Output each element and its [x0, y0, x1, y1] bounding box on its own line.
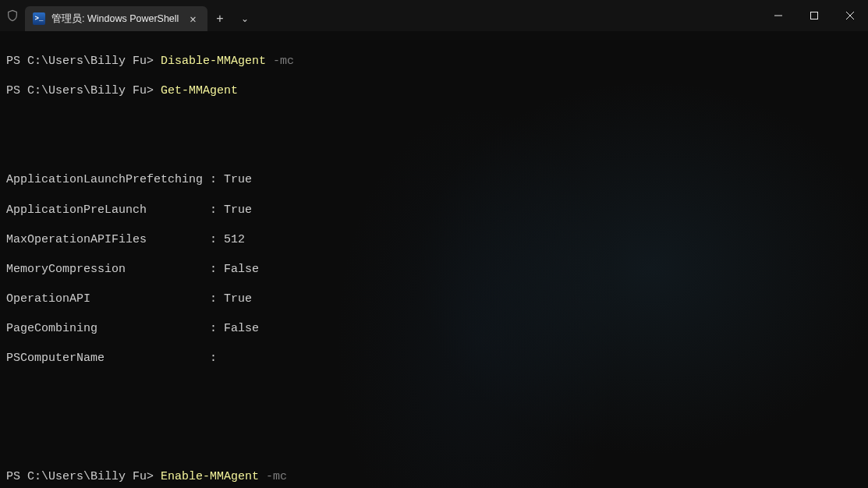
output-key: OperationAPI — [6, 292, 203, 306]
command: Get-MMAgent — [161, 84, 238, 97]
prompt-text: PS C:\Users\Billy Fu> — [6, 84, 154, 97]
output-key: PageCombining — [6, 322, 203, 335]
command-arg: -mc — [273, 55, 294, 68]
output-value: False — [224, 322, 259, 335]
output-sep: : — [203, 203, 224, 217]
shield-icon — [0, 9, 25, 22]
terminal-content[interactable]: PS C:\Users\Billy Fu> Disable-MMAgent -m… — [0, 31, 868, 488]
maximize-button[interactable] — [796, 0, 832, 31]
svg-rect-0 — [811, 12, 818, 19]
output-key: MaxOperationAPIFiles — [6, 233, 203, 246]
powershell-icon: >_ — [33, 12, 45, 25]
output-value: 512 — [224, 233, 245, 246]
prompt-text: PS C:\Users\Billy Fu> — [6, 470, 154, 483]
window-controls — [760, 0, 868, 31]
prompt-text: PS C:\Users\Billy Fu> — [6, 55, 154, 68]
output-sep: : — [203, 292, 224, 306]
minimize-button[interactable] — [760, 0, 796, 31]
tab-title: 管理员: Windows PowerShell — [51, 12, 179, 26]
output-key: PSComputerName — [6, 352, 203, 365]
titlebar[interactable]: >_ 管理员: Windows PowerShell ✕ + ⌄ — [0, 0, 868, 31]
output-key: MemoryCompression — [6, 263, 203, 276]
output-sep: : — [203, 263, 224, 276]
output-key: ApplicationLaunchPrefetching — [6, 173, 203, 186]
tab-dropdown-button[interactable]: ⌄ — [232, 6, 257, 31]
output-sep: : — [203, 322, 224, 335]
new-tab-button[interactable]: + — [207, 6, 232, 31]
command-arg: -mc — [266, 470, 287, 483]
output-sep: : — [203, 173, 224, 186]
close-button[interactable] — [832, 0, 868, 31]
output-value: True — [224, 292, 252, 306]
output-value: False — [224, 263, 259, 276]
tab-close-button[interactable]: ✕ — [185, 11, 200, 27]
output-sep: : — [203, 233, 224, 246]
output-value: True — [224, 203, 252, 217]
command: Enable-MMAgent — [161, 470, 259, 483]
command: Disable-MMAgent — [161, 55, 266, 68]
output-sep: : — [203, 352, 224, 365]
output-value: True — [224, 173, 252, 186]
output-key: ApplicationPreLaunch — [6, 203, 203, 217]
tab-active[interactable]: >_ 管理员: Windows PowerShell ✕ — [25, 6, 207, 31]
